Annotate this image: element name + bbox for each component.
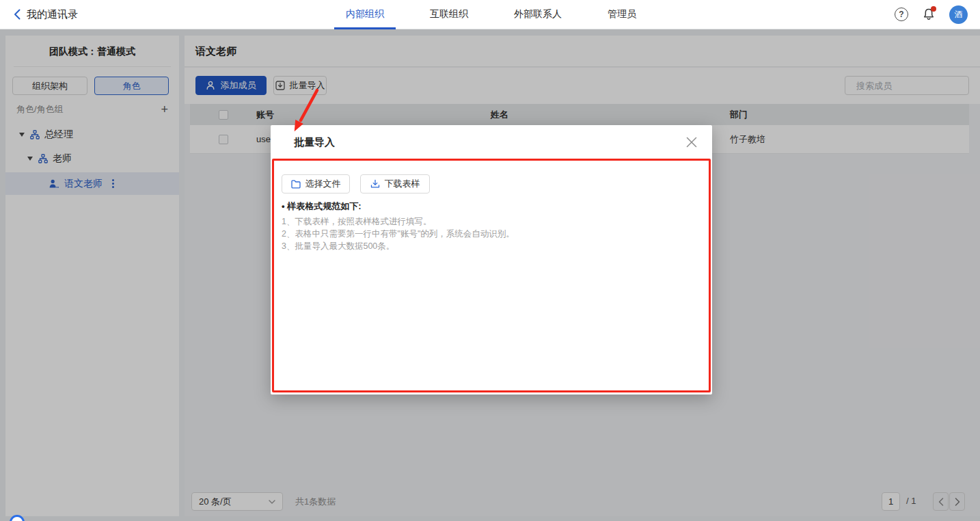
tab-admin[interactable]: 管理员 bbox=[596, 0, 648, 29]
spec-item: 3、批量导入最大数据500条。 bbox=[282, 240, 515, 252]
spec-list: 1、下载表样，按照表样格式进行填写。 2、表格中只需要第一行中有带"账号"的列，… bbox=[282, 215, 515, 252]
top-tabs: 内部组织 互联组织 外部联系人 管理员 bbox=[334, 0, 648, 29]
back-chevron-icon bbox=[14, 9, 21, 20]
download-icon bbox=[370, 179, 380, 189]
spec-title: 样表格式规范如下: bbox=[282, 200, 362, 213]
folder-icon bbox=[291, 180, 301, 189]
download-template-label: 下载表样 bbox=[385, 178, 420, 190]
back-label: 我的通讯录 bbox=[27, 8, 78, 21]
top-bar: 我的通讯录 内部组织 互联组织 外部联系人 管理员 ? 酒 bbox=[0, 0, 980, 29]
batch-import-modal: 批量导入 选择文件 下载表样 样表格式规范如下: 1、下载表样，按照表样格式进行… bbox=[271, 125, 712, 395]
tab-external-contacts[interactable]: 外部联系人 bbox=[502, 0, 573, 29]
spec-item: 2、表格中只需要第一行中有带"账号"的列，系统会自动识别。 bbox=[282, 228, 515, 240]
notification-bell[interactable] bbox=[922, 8, 936, 21]
tab-internal-org[interactable]: 内部组织 bbox=[334, 0, 396, 29]
choose-file-label: 选择文件 bbox=[305, 178, 341, 190]
top-icons: ? 酒 bbox=[895, 0, 968, 29]
modal-title: 批量导入 bbox=[294, 125, 335, 159]
choose-file-button[interactable]: 选择文件 bbox=[282, 174, 350, 193]
avatar[interactable]: 酒 bbox=[949, 5, 968, 24]
close-icon[interactable] bbox=[686, 137, 697, 148]
notification-dot bbox=[931, 6, 936, 12]
help-icon[interactable]: ? bbox=[895, 8, 908, 21]
spec-item: 1、下载表样，按照表样格式进行填写。 bbox=[282, 215, 515, 228]
download-template-button[interactable]: 下载表样 bbox=[360, 174, 430, 193]
tab-linked-org[interactable]: 互联组织 bbox=[418, 0, 480, 29]
modal-header: 批量导入 bbox=[271, 125, 712, 159]
app-root: 我的通讯录 内部组织 互联组织 外部联系人 管理员 ? 酒 团队模式：普通模式 … bbox=[0, 0, 980, 521]
back-button[interactable]: 我的通讯录 bbox=[14, 0, 78, 29]
